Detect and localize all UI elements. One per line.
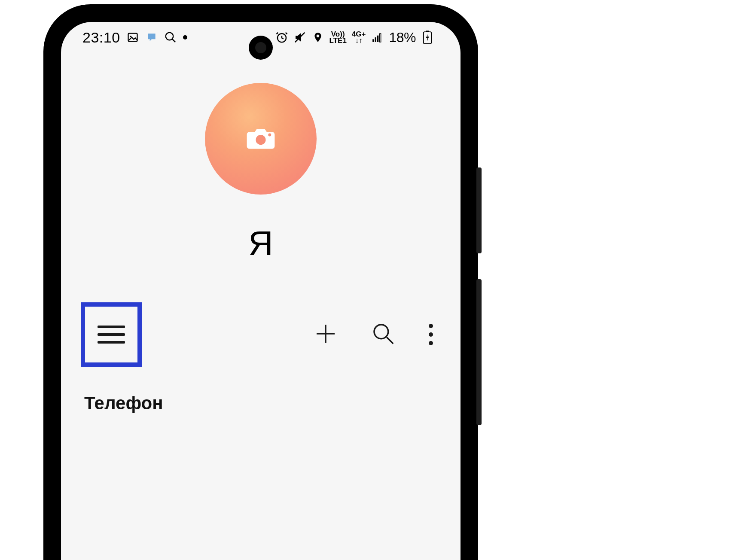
svg-rect-7 [373,39,374,42]
profile-avatar-wrap[interactable] [205,83,317,195]
phone-side-button-top [476,167,482,253]
chat-icon [145,31,158,44]
svg-rect-10 [380,33,381,42]
notification-dot-icon [183,35,187,40]
dot-icon [429,341,433,345]
svg-point-14 [268,134,271,137]
location-icon [311,31,324,44]
profile-avatar [205,83,317,195]
phone-side-button-bottom [476,279,482,425]
svg-rect-12 [426,30,429,32]
svg-point-1 [130,36,131,37]
mute-icon [293,31,306,44]
svg-line-18 [387,337,393,344]
dot-icon [429,324,433,328]
svg-point-6 [316,35,319,38]
phone-bezel: 23:10 [55,16,467,560]
phone-screen: 23:10 [61,22,461,560]
hamburger-line-icon [98,326,125,328]
status-bar-right: Vo)) LTE1 4G+ ↓↑ 18% [275,30,434,46]
contacts-app-content: Я [61,53,461,560]
alarm-icon [275,31,288,44]
mobile-data-arrows: ↓↑ [355,37,363,44]
hamburger-line-icon [98,333,125,336]
svg-line-3 [172,39,175,43]
signal-icon [371,31,384,44]
dot-icon [429,332,433,337]
menu-button[interactable] [98,326,125,344]
menu-button-highlight [81,302,142,367]
svg-point-17 [374,325,388,339]
status-time: 23:10 [82,29,120,46]
contacts-section-header: Телефон [84,393,163,414]
svg-point-13 [256,135,265,145]
mobile-data-indicator: 4G+ ↓↑ [352,31,366,44]
camera-icon [245,125,277,152]
phone-frame: 23:10 [43,4,478,560]
battery-charging-icon [421,31,434,44]
toolbar-actions [314,322,441,347]
status-bar-left: 23:10 [82,29,187,46]
svg-rect-8 [375,37,376,42]
camera-lens [255,42,266,53]
search-status-icon [164,31,177,44]
contacts-toolbar [61,304,461,365]
add-button[interactable] [314,322,338,347]
more-options-button[interactable] [429,324,433,345]
search-button[interactable] [371,322,395,347]
svg-point-2 [165,33,173,40]
image-icon [126,31,139,44]
camera-cutout [249,36,273,60]
volte-bottom-label: LTE1 [329,37,347,44]
svg-rect-9 [377,36,378,42]
profile-name[interactable]: Я [61,224,461,263]
volte-indicator: Vo)) LTE1 [329,31,347,44]
battery-percent: 18% [389,30,416,46]
hamburger-line-icon [98,341,125,344]
